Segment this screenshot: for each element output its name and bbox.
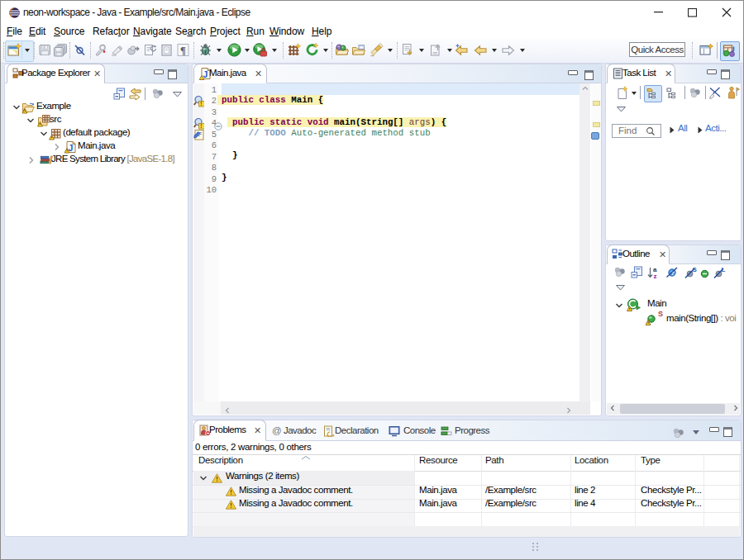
svg-text:¶: ¶ — [180, 45, 186, 56]
svg-text:S: S — [693, 266, 698, 273]
svg-text:L: L — [722, 266, 726, 273]
svg-text:J: J — [203, 69, 208, 79]
svg-text:!: ! — [200, 123, 202, 129]
svg-text:J: J — [69, 143, 74, 153]
svg-text:z: z — [654, 273, 657, 279]
svg-text:!: ! — [200, 101, 202, 107]
